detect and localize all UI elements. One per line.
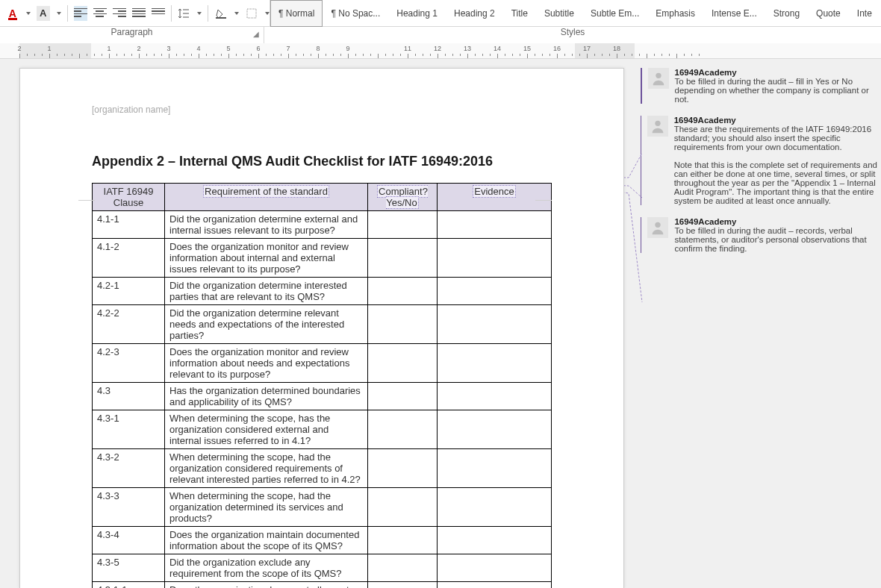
table-row[interactable]: 4.1-1Did the organization determine exte… (93, 211, 552, 239)
style-option[interactable]: Inte (849, 0, 880, 27)
dropdown-icon[interactable] (57, 12, 61, 15)
cell-requirement[interactable]: Did the organization determine intereste… (165, 278, 368, 305)
borders-button[interactable] (245, 6, 258, 21)
table-row[interactable]: 4.3Has the organization determined bound… (93, 383, 552, 410)
cell-evidence[interactable] (438, 582, 552, 589)
cell-requirement[interactable]: Did the organization determine relevant … (165, 305, 368, 344)
cell-clause[interactable]: 4.3-4 (93, 527, 165, 554)
comment[interactable]: 16949AcademyTo be filled in during the a… (641, 68, 880, 104)
comment[interactable]: 16949AcademyThese are the requirements o… (641, 116, 880, 205)
dropdown-icon[interactable] (197, 12, 202, 15)
table-row[interactable]: 4.3-2When determining the scope, had the… (93, 449, 552, 488)
svg-rect-0 (216, 17, 226, 19)
cell-clause[interactable]: 4.2-3 (93, 344, 165, 383)
style-option[interactable]: ¶ Normal (270, 0, 323, 27)
cell-compliant[interactable] (368, 410, 438, 449)
comment-author: 16949Academy (674, 217, 880, 226)
cell-compliant[interactable] (368, 582, 438, 589)
align-right-button[interactable] (113, 6, 126, 21)
table-row[interactable]: 4.3-5Did the organization exclude any re… (93, 554, 552, 582)
style-option[interactable]: Heading 2 (446, 0, 503, 27)
cell-clause[interactable]: 4.3-1 (93, 410, 165, 449)
align-center-button[interactable] (93, 6, 107, 21)
cell-evidence[interactable] (438, 449, 552, 488)
cell-compliant[interactable] (368, 527, 438, 554)
audit-checklist-table[interactable]: IATF 16949 Clause Requirement of the sta… (92, 183, 552, 588)
cell-evidence[interactable] (438, 239, 552, 278)
cell-compliant[interactable] (368, 211, 438, 239)
cell-clause[interactable]: 4.2-2 (93, 305, 165, 344)
table-row[interactable]: 4.1-2Does the organization monitor and r… (93, 239, 552, 278)
style-option[interactable]: Heading 1 (388, 0, 446, 27)
table-row[interactable]: 4.3-1When determining the scope, has the… (93, 410, 552, 449)
cell-compliant[interactable] (368, 383, 438, 410)
style-option[interactable]: Subtle Em... (582, 0, 647, 27)
cell-compliant[interactable] (368, 239, 438, 278)
cell-evidence[interactable] (438, 383, 552, 410)
table-row[interactable]: 4.2-2Did the organization determine rele… (93, 305, 552, 344)
cell-clause[interactable]: 4.3 (93, 383, 165, 410)
dropdown-icon[interactable] (234, 12, 239, 15)
cell-evidence[interactable] (438, 554, 552, 582)
table-row[interactable]: 4.2-1Did the organization determine inte… (93, 278, 552, 305)
document-workspace: [organization name] Appendix 2 – Interna… (0, 59, 881, 588)
cell-clause[interactable]: 4.3.1-1 (93, 582, 165, 589)
cell-requirement[interactable]: Did the organization determine external … (165, 211, 368, 239)
cell-evidence[interactable] (438, 488, 552, 527)
justify-button[interactable] (132, 6, 146, 21)
cell-evidence[interactable] (438, 527, 552, 554)
line-spacing-button[interactable] (178, 6, 191, 21)
cell-evidence[interactable] (438, 211, 552, 239)
cell-evidence[interactable] (438, 278, 552, 305)
align-left-button[interactable] (74, 6, 87, 21)
cell-compliant[interactable] (368, 449, 438, 488)
style-option[interactable]: Intense E... (703, 0, 765, 27)
cell-compliant[interactable] (368, 488, 438, 527)
cell-clause[interactable]: 4.3-2 (93, 449, 165, 488)
styles-gallery[interactable]: ¶ Normal¶ No Spac...Heading 1Heading 2Ti… (270, 0, 881, 27)
horizontal-ruler[interactable]: 211234567891112131415161718 (0, 43, 881, 59)
cell-requirement[interactable]: When determining the scope, has the orga… (165, 410, 368, 449)
distribute-button[interactable] (152, 6, 165, 21)
margin-indicator (78, 200, 95, 201)
cell-requirement[interactable]: When determining the scope, had the orga… (165, 488, 368, 527)
cell-compliant[interactable] (368, 305, 438, 344)
highlight-color-button[interactable]: A (37, 6, 50, 21)
table-row[interactable]: 4.3-3When determining the scope, had the… (93, 488, 552, 527)
style-option[interactable]: Subtitle (536, 0, 582, 27)
style-option[interactable]: Emphasis (647, 0, 703, 27)
style-option[interactable]: Strong (765, 0, 808, 27)
table-row[interactable]: 4.3.1-1Does the organization document al… (93, 582, 552, 589)
cell-clause[interactable]: 4.1-1 (93, 211, 165, 239)
cell-requirement[interactable]: Does the organization maintain documente… (165, 527, 368, 554)
cell-requirement[interactable]: Did the organization exclude any require… (165, 554, 368, 582)
cell-compliant[interactable] (368, 554, 438, 582)
document-page[interactable]: [organization name] Appendix 2 – Interna… (19, 68, 624, 588)
cell-requirement[interactable]: Does the organization monitor and review… (165, 239, 368, 278)
style-option[interactable]: Title (503, 0, 536, 27)
cell-evidence[interactable] (438, 344, 552, 383)
cell-evidence[interactable] (438, 305, 552, 344)
dropdown-icon[interactable] (26, 12, 31, 15)
cell-compliant[interactable] (368, 344, 438, 383)
document-title[interactable]: Appendix 2 – Internal QMS Audit Checklis… (92, 154, 552, 169)
fill-color-button[interactable] (214, 6, 228, 21)
style-option[interactable]: ¶ No Spac... (323, 0, 388, 27)
font-color-button[interactable]: A (6, 6, 19, 21)
cell-clause[interactable]: 4.1-2 (93, 239, 165, 278)
table-row[interactable]: 4.3-4Does the organization maintain docu… (93, 527, 552, 554)
cell-clause[interactable]: 4.2-1 (93, 278, 165, 305)
cell-clause[interactable]: 4.3-5 (93, 554, 165, 582)
cell-requirement[interactable]: Does the organization monitor and review… (165, 344, 368, 383)
cell-requirement[interactable]: When determining the scope, had the orga… (165, 449, 368, 488)
comment[interactable]: 16949AcademyTo be filled in during the a… (641, 217, 880, 253)
table-row[interactable]: 4.2-3Does the organization monitor and r… (93, 344, 552, 383)
style-option[interactable]: Quote (808, 0, 849, 27)
cell-requirement[interactable]: Has the organization determined boundari… (165, 383, 368, 410)
cell-clause[interactable]: 4.3-3 (93, 488, 165, 527)
cell-compliant[interactable] (368, 278, 438, 305)
cell-requirement[interactable]: Does the organization document all remot… (165, 582, 368, 589)
paragraph-dialog-launcher[interactable]: ◢ (253, 30, 259, 38)
cell-evidence[interactable] (438, 410, 552, 449)
header-placeholder[interactable]: [organization name] (92, 104, 552, 115)
